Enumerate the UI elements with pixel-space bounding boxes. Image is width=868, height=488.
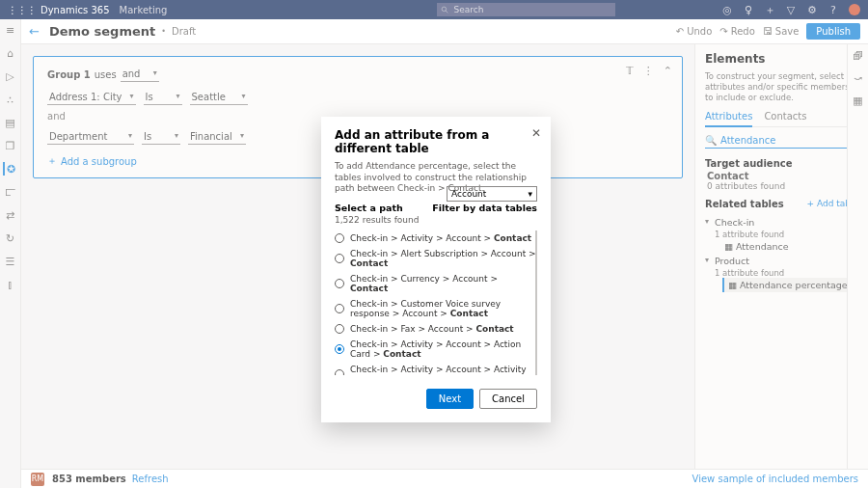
modal-title: Add an attribute from a different table	[335, 128, 537, 155]
select-path-label: Select a path	[335, 203, 403, 213]
radio-icon	[335, 369, 344, 375]
path-text: Check-in > Activity > Account > Activity…	[350, 365, 537, 375]
path-text: Check-in > Activity > Account > Contact	[350, 233, 531, 243]
filter-dropdown[interactable]: Account▾	[447, 186, 537, 202]
path-text: Check-in > Activity > Account > Action C…	[350, 339, 537, 359]
path-option[interactable]: Check-in > Activity > Account > Activity…	[335, 362, 537, 375]
radio-icon	[335, 324, 344, 334]
modal-column-headers: Select a path Filter by data tables	[335, 203, 537, 213]
modal-buttons: Next Cancel	[335, 389, 537, 409]
next-button[interactable]: Next	[426, 389, 474, 409]
radio-icon	[335, 344, 344, 354]
path-text: Check-in > Currency > Account > Contact	[350, 274, 537, 293]
path-option[interactable]: Check-in > Currency > Account > Contact	[335, 271, 537, 296]
path-text: Check-in > Customer Voice survey respons…	[350, 299, 537, 318]
path-list[interactable]: Check-in > Activity > Account > ContactC…	[335, 230, 537, 375]
close-icon[interactable]: ✕	[531, 126, 541, 140]
radio-icon	[335, 233, 344, 243]
chevron-down-icon: ▾	[528, 189, 532, 199]
add-attribute-modal: ✕ Add an attribute from a different tabl…	[321, 117, 551, 422]
path-option[interactable]: Check-in > Customer Voice survey respons…	[335, 296, 537, 321]
path-text: Check-in > Alert Subscription > Account …	[350, 249, 537, 268]
radio-icon	[335, 304, 344, 313]
path-option[interactable]: Check-in > Activity > Account > Action C…	[335, 337, 537, 362]
radio-icon	[335, 254, 344, 263]
path-text: Check-in > Fax > Account > Contact	[350, 324, 514, 334]
path-option[interactable]: Check-in > Fax > Account > Contact	[335, 321, 537, 337]
radio-icon	[335, 279, 344, 288]
filter-value: Account	[451, 189, 486, 199]
filter-label: Filter by data tables	[432, 203, 537, 213]
path-option[interactable]: Check-in > Alert Subscription > Account …	[335, 246, 537, 271]
path-option[interactable]: Check-in > Activity > Account > Contact	[335, 230, 537, 246]
cancel-button[interactable]: Cancel	[479, 389, 537, 409]
results-count: 1,522 results found	[335, 215, 537, 225]
